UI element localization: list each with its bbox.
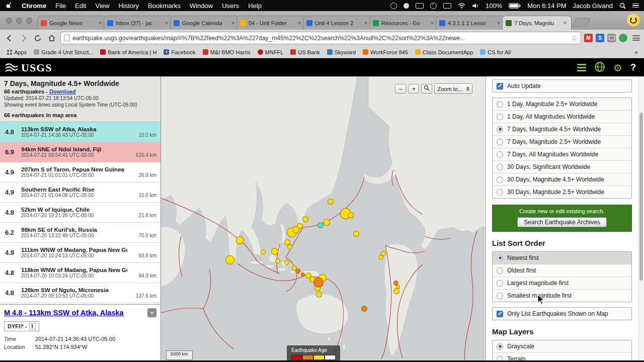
tab-unit-4-lesson-2[interactable]: Unit 4 Lesson 2 (303, 16, 372, 30)
display-icon[interactable] (416, 3, 424, 9)
gmail-extension-icon[interactable] (584, 34, 593, 42)
earthquake-marker[interactable] (295, 268, 300, 274)
earthquake-marker[interactable] (317, 222, 324, 228)
tab-google-news[interactable]: Google News (37, 16, 107, 30)
menu-edit[interactable]: Edit (70, 2, 91, 10)
earthquake-marker[interactable] (348, 212, 354, 218)
cast-extension-icon[interactable] (607, 34, 616, 42)
bookmark-class-document[interactable]: Class DocumentApp (412, 49, 476, 55)
feed-option-7day-all[interactable]: 7 Days, All Magnitudes Worldwide (493, 148, 631, 161)
time-machine-icon[interactable] (430, 3, 437, 9)
app-status-icon[interactable] (404, 3, 409, 9)
feed-radio[interactable] (497, 139, 503, 145)
reload-button[interactable] (32, 33, 43, 44)
sync-status-icon[interactable] (390, 3, 397, 9)
feed-option-7day-45[interactable]: 7 Days, Magnitude 4.5+ Worldwide (493, 123, 631, 136)
earthquake-marker[interactable] (284, 260, 289, 265)
tab-google-calendar[interactable]: Google Calenda (170, 16, 239, 30)
earthquake-marker[interactable] (271, 248, 278, 255)
earthquake-list-item[interactable]: 4.9111km WNW of Madang, Papua New Guinea… (0, 243, 160, 263)
earthquake-marker[interactable] (393, 281, 398, 286)
tab-inbox[interactable]: Inbox (37) - jac (104, 16, 173, 30)
bookmarks-overflow-chevron[interactable]: » (634, 48, 640, 56)
search-archives-button[interactable]: Search Earthquake Archives (517, 217, 606, 227)
feed-option-30day-sig[interactable]: 30 Days, Significant Worldwide (493, 161, 631, 173)
auto-update-option[interactable]: Auto Update (493, 80, 631, 92)
earthquake-marker[interactable] (328, 199, 334, 205)
layer-option-terrain[interactable]: Terrain (493, 353, 631, 360)
feed-radio[interactable] (497, 126, 503, 133)
spotlight-search-icon[interactable] (619, 3, 626, 9)
earthquake-list-item[interactable]: 6.298km SE of Kuril'sk, Russia2014-07-20… (0, 223, 160, 243)
sort-option-largest[interactable]: Largest magnitude first (493, 277, 631, 290)
earthquake-age-legend[interactable]: Earthquake Age (287, 345, 340, 360)
feed-option-1day-25[interactable]: 1 Day, Magnitude 2.5+ Worldwide (493, 98, 631, 111)
earthquake-list-item[interactable]: 4.9Southern East Pacific Rise2014-07-21 … (0, 183, 160, 203)
bookmark-skyward[interactable]: Skyward (324, 49, 359, 55)
sort-radio[interactable] (497, 280, 503, 287)
close-window-button[interactable] (6, 18, 12, 24)
zoom-to-select[interactable]: Zoom to... (434, 83, 472, 94)
layer-radio[interactable] (497, 356, 503, 361)
zoom-box-icon[interactable] (421, 84, 432, 94)
menu-history[interactable]: History (114, 2, 143, 10)
minimize-window-button[interactable] (16, 18, 22, 24)
earthquake-marker[interactable] (381, 251, 386, 256)
auto-update-checkbox[interactable] (497, 83, 503, 89)
feed-option-30day-45[interactable]: 30 Days, Magnitude 4.5+ Worldwide (493, 173, 631, 186)
feed-radio[interactable] (497, 176, 503, 183)
bookmark-mnffl[interactable]: MNFFL (255, 49, 287, 55)
feed-radio[interactable] (497, 114, 503, 120)
menu-view[interactable]: View (91, 2, 114, 10)
tab-usgs-7-days[interactable]: 7 Days, Magnitu (502, 16, 572, 30)
bookmark-facebook[interactable]: Facebook (160, 49, 198, 55)
bookmark-grade-4[interactable]: Grade 4 Unit Struct... (31, 49, 96, 55)
chrome-menu-icon[interactable] (632, 34, 640, 42)
feed-radio[interactable] (497, 151, 503, 158)
earthquake-marker[interactable] (301, 273, 305, 277)
only-list-shown-option[interactable]: Only List Earthquakes Shown on Map (493, 308, 631, 320)
zoom-out-button[interactable]: – (395, 84, 406, 94)
keyboard-icon[interactable] (443, 3, 451, 9)
world-map[interactable]: – + Zoom to... 5000 km Earthquake Age (161, 76, 486, 360)
tab-lesson-4311[interactable]: 4.3.1.1.1 Lesso (436, 16, 505, 30)
tab-close-icon[interactable] (562, 20, 568, 26)
new-tab-button[interactable] (573, 18, 591, 27)
tab-close-icon[interactable] (363, 20, 369, 26)
home-button[interactable] (46, 33, 57, 44)
zoom-in-button[interactable]: + (408, 84, 419, 94)
url-text[interactable]: earthquake.usgs.gov/earthquakes/map/#%7B… (72, 35, 568, 42)
menu-bookmarks[interactable]: Bookmarks (143, 2, 185, 10)
earthquake-list-item[interactable]: 4.8118km WNW of Madang, Papua New Guinea… (0, 263, 160, 283)
zoom-window-button[interactable] (26, 18, 32, 24)
sort-radio[interactable] (497, 293, 503, 299)
sort-option-newest[interactable]: Newest first (493, 252, 631, 264)
back-button[interactable] (4, 33, 15, 44)
menu-help[interactable]: Help (244, 2, 266, 10)
omnibox[interactable]: earthquake.usgs.gov/earthquakes/map/#%7B… (60, 32, 581, 44)
close-icon[interactable] (147, 308, 156, 317)
settings-gear-icon[interactable] (613, 63, 622, 73)
volume-icon[interactable] (472, 3, 479, 9)
earthquake-marker[interactable] (361, 306, 367, 312)
menu-file[interactable]: File (51, 2, 70, 10)
tab-close-icon[interactable] (496, 20, 502, 26)
earthquake-marker[interactable] (396, 285, 400, 289)
sort-option-smallest[interactable]: Smallest magnitude first (493, 290, 631, 302)
globe-icon[interactable] (594, 61, 605, 74)
earthquake-marker[interactable] (236, 236, 244, 244)
tab-close-icon[interactable] (230, 20, 236, 26)
earthquake-marker[interactable] (353, 231, 359, 237)
menubar-user[interactable]: Jacob Givand (573, 2, 613, 10)
s-extension-icon[interactable] (596, 34, 604, 42)
event-detail-link[interactable]: M 4.8 - 113km SSW of Atka, Alaska (4, 308, 130, 317)
green-extension-icon[interactable] (619, 34, 627, 42)
dyfi-badge[interactable]: DYFI? - I (4, 321, 39, 331)
tab-resources[interactable]: Resources - Go (369, 16, 439, 30)
feed-radio[interactable] (497, 164, 503, 170)
bookmark-bank-of-america[interactable]: Bank of America | H (97, 49, 159, 55)
earthquake-list-item[interactable]: 6.994km NNE of Ndoi Island, Fiji2014-07-… (0, 142, 160, 162)
download-link[interactable]: Download (49, 88, 76, 95)
bookmark-cs-for-all[interactable]: CS for All (477, 49, 514, 55)
tab-close-icon[interactable] (296, 20, 302, 26)
